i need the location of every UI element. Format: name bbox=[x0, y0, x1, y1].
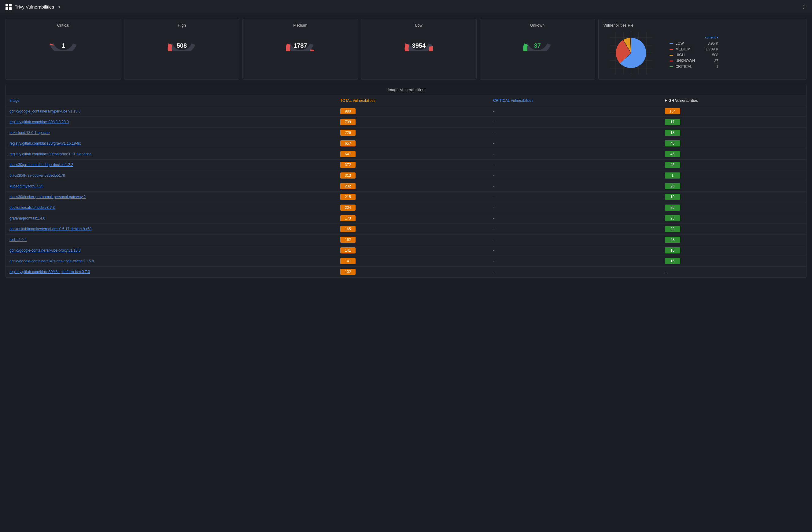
table-cell-image[interactable]: registry.gitlab.com/blacs30/grav:v1.16.1… bbox=[6, 138, 337, 149]
main-content: Critical1High508Medium1787Low3954Unkown3… bbox=[0, 14, 812, 283]
gauge-visual-medium: 1787 bbox=[284, 30, 317, 50]
table-cell-high: 16 bbox=[661, 256, 806, 267]
table-cell-critical: - bbox=[490, 202, 661, 213]
table-cell-high: 13 bbox=[661, 128, 806, 138]
table-cell-image[interactable]: registry.gitlab.com/blacs30/matomo:3.13.… bbox=[6, 149, 337, 160]
gauge-title-medium: Medium bbox=[245, 23, 355, 28]
total-badge: 162 bbox=[340, 236, 356, 243]
gauge-value-high: 508 bbox=[177, 42, 187, 49]
table-cell-high: 23 bbox=[661, 234, 806, 245]
table-cell-image[interactable]: blacs30/tt-rss-docker:586ed55178 bbox=[6, 170, 337, 181]
total-badge: 372 bbox=[340, 162, 356, 168]
gauge-title-low: Low bbox=[364, 23, 474, 28]
table-cell-image[interactable]: blacs30/docker-protonmail-personal-gatew… bbox=[6, 192, 337, 202]
table-cell-total: 141 bbox=[337, 245, 490, 256]
gauge-value-critical: 1 bbox=[61, 42, 65, 49]
table-cell-image[interactable]: docker.io/bitnami/external-dns:0.5.17-de… bbox=[6, 224, 337, 234]
high-badge: 45 bbox=[665, 140, 680, 146]
table-cell-image[interactable]: gcr.io/google_containers/hyperkube:v1.15… bbox=[6, 106, 337, 117]
high-badge: 45 bbox=[665, 162, 680, 168]
pie-legend-header[interactable]: current ▾ bbox=[669, 35, 719, 40]
legend-label-low: LOW bbox=[676, 41, 699, 46]
table-cell-high: 23 bbox=[661, 224, 806, 234]
table-row: blacs30/protonmail-bridge-docker:1.2.237… bbox=[6, 160, 806, 170]
total-badge: 173 bbox=[340, 215, 356, 221]
metrics-row: Critical1High508Medium1787Low3954Unkown3… bbox=[5, 19, 807, 80]
table-cell-critical: - bbox=[490, 267, 661, 277]
chevron-down-icon[interactable]: ▾ bbox=[58, 5, 60, 9]
table-row: registry.gitlab.com/blacs30/x3:3.28.0739… bbox=[6, 117, 806, 128]
gauge-value-unknown: 37 bbox=[534, 42, 541, 49]
gauge-title-critical: Critical bbox=[8, 23, 118, 28]
legend-value-critical: 1 bbox=[702, 64, 719, 69]
legend-item-critical: CRITICAL1 bbox=[669, 64, 719, 69]
table-cell-critical: - bbox=[490, 138, 661, 149]
legend-item-low: LOW3.95 K bbox=[669, 41, 719, 46]
legend-item-unknown: UNKNOWN37 bbox=[669, 59, 719, 63]
share-icon[interactable]: ⤴ bbox=[801, 2, 807, 11]
table-cell-critical: - bbox=[490, 224, 661, 234]
table-cell-critical: - bbox=[490, 245, 661, 256]
high-badge: 17 bbox=[665, 119, 680, 125]
table-row: gcr.io/google_containers/hyperkube:v1.15… bbox=[6, 106, 806, 117]
gauge-visual-low: 3954 bbox=[402, 30, 436, 50]
table-cell-image[interactable]: redis:5.0.4 bbox=[6, 234, 337, 245]
table-row: registry.gitlab.com/blacs30/grav:v1.16.1… bbox=[6, 138, 806, 149]
gauge-card-medium: Medium1787 bbox=[243, 19, 358, 80]
table-cell-critical: - bbox=[490, 181, 661, 192]
app-logo bbox=[5, 4, 12, 10]
table-cell-critical: - bbox=[490, 149, 661, 160]
legend-item-high: HIGH508 bbox=[669, 53, 719, 57]
gauge-card-high: High508 bbox=[124, 19, 240, 80]
gauge-value-medium: 1787 bbox=[293, 42, 307, 49]
total-badge: 657 bbox=[340, 140, 356, 146]
col-header-critical: CRITICAL Vulnerabilities bbox=[490, 96, 661, 106]
table-cell-high: 45 bbox=[661, 149, 806, 160]
pie-legend: current ▾LOW3.95 KMEDIUM1.789 KHIGH508UN… bbox=[669, 35, 719, 70]
table-cell-total: 980 bbox=[337, 106, 490, 117]
table-cell-image[interactable]: nextcloud:18.0.1-apache bbox=[6, 128, 337, 138]
table-row: gcr.io/google-containers/k8s-dns-node-ca… bbox=[6, 256, 806, 267]
total-badge: 141 bbox=[340, 258, 356, 264]
table-cell-image[interactable]: docker.io/calico/node:v3.7.3 bbox=[6, 202, 337, 213]
total-badge: 215 bbox=[340, 194, 356, 200]
table-cell-image[interactable]: registry.gitlab.com/blacs30/k8s-platform… bbox=[6, 267, 337, 277]
table-cell-image[interactable]: gcr.io/google-containers/k8s-dns-node-ca… bbox=[6, 256, 337, 267]
table-cell-total: 165 bbox=[337, 224, 490, 234]
table-title: Image Vulnerabilities bbox=[6, 84, 806, 96]
gauge-visual-high: 508 bbox=[165, 30, 199, 50]
pie-inner: current ▾LOW3.95 KMEDIUM1.789 KHIGH508UN… bbox=[604, 30, 801, 76]
total-badge: 726 bbox=[340, 130, 356, 136]
high-badge: 16 bbox=[665, 247, 680, 254]
gauge-value-low: 3954 bbox=[412, 42, 426, 49]
total-badge: 980 bbox=[340, 108, 356, 114]
table-cell-high: 17 bbox=[661, 117, 806, 128]
table-row: grafana/promtail:1.4.0173-23 bbox=[6, 213, 806, 224]
table-row: redis:5.0.4162-23 bbox=[6, 234, 806, 245]
table-cell-image[interactable]: gcr.io/google-containers/kube-proxy:v1.1… bbox=[6, 245, 337, 256]
table-cell-image[interactable]: kubedb/mysql:5.7.25 bbox=[6, 181, 337, 192]
high-badge: 1 bbox=[665, 172, 680, 178]
pie-chart bbox=[604, 30, 658, 76]
table-row: registry.gitlab.com/blacs30/matomo:3.13.… bbox=[6, 149, 806, 160]
high-badge: 13 bbox=[665, 130, 680, 136]
table-cell-total: 647 bbox=[337, 149, 490, 160]
page-title: Trivy Vulnerabilities bbox=[15, 4, 54, 10]
table-cell-total: 102 bbox=[337, 267, 490, 277]
table-cell-high: 16 bbox=[661, 245, 806, 256]
table-cell-high: - bbox=[661, 267, 806, 277]
table-cell-image[interactable]: grafana/promtail:1.4.0 bbox=[6, 213, 337, 224]
table-cell-image[interactable]: blacs30/protonmail-bridge-docker:1.2.2 bbox=[6, 160, 337, 170]
table-cell-image[interactable]: registry.gitlab.com/blacs30/x3:3.28.0 bbox=[6, 117, 337, 128]
col-header-image: image bbox=[6, 96, 337, 106]
total-badge: 739 bbox=[340, 119, 356, 125]
table-cell-critical: - bbox=[490, 106, 661, 117]
table-cell-high: 45 bbox=[661, 138, 806, 149]
total-badge: 102 bbox=[340, 269, 356, 275]
table-cell-total: 372 bbox=[337, 160, 490, 170]
col-header-total: TOTAL Vulnerabilities bbox=[337, 96, 490, 106]
legend-value-medium: 1.789 K bbox=[702, 47, 719, 52]
legend-value-unknown: 37 bbox=[702, 59, 719, 63]
table-cell-high: 26 bbox=[661, 181, 806, 192]
table-cell-high: 23 bbox=[661, 213, 806, 224]
